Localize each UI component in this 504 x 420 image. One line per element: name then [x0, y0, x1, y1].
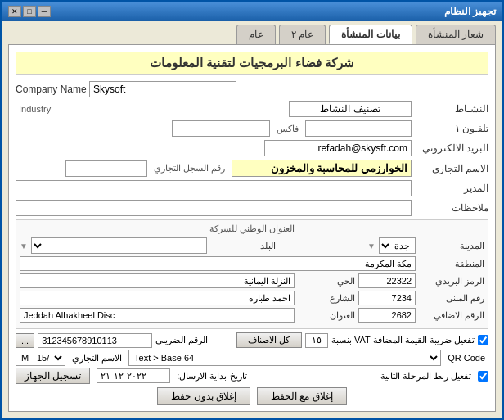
tab-company-data[interactable]: بيانات المنشأة: [329, 25, 412, 44]
company-title: شركة فضاء البرمجيات لتقنية المعلومات: [16, 52, 488, 75]
neighborhood-input[interactable]: [20, 273, 295, 288]
fax-input[interactable]: [172, 120, 270, 137]
email-row: البريد الالكتروني: [16, 140, 488, 156]
save-close-button[interactable]: إغلاق مع الحفظ: [257, 387, 347, 405]
address-section: العنوان الوطني للشركة المدينة جدة ▼ البل…: [16, 219, 488, 329]
activity-label: النشـاط: [415, 103, 488, 115]
vat-label: تفعيل ضريبة القيمة المضافة VAT بنسبة: [331, 335, 475, 345]
commercial-name-select[interactable]: M - 15/: [16, 350, 65, 366]
send-date-input[interactable]: [97, 368, 170, 383]
region-row: المنطقة: [20, 256, 484, 271]
company-name-input[interactable]: [89, 81, 236, 97]
extra-label: الرقم الاضافي: [419, 310, 484, 321]
country-select[interactable]: [31, 237, 207, 254]
region-input[interactable]: [20, 256, 416, 271]
phase2-label: تفعيل ربط المرحلة الثانية: [380, 371, 471, 382]
send-date-label: تاريخ بداية الارسال:: [177, 371, 246, 382]
notes-row: ملاحظات: [16, 200, 488, 216]
industry-label: Industry: [19, 104, 51, 114]
qr-code-select[interactable]: Text > Base 64: [128, 350, 441, 366]
commercial-reg-label: رقم السجل التجاري: [154, 163, 225, 174]
close-button[interactable]: ✕: [8, 6, 21, 17]
main-window: ✕ □ ─ تجهيز النظام عام عام ٢ بيانات المن…: [0, 0, 504, 420]
arabic-name-row: الاسم التجاري الخوارزمي للمحاسبة والمخزو…: [16, 160, 488, 177]
title-bar: ✕ □ ─ تجهيز النظام: [2, 2, 502, 21]
building-label: رقم المبنى: [419, 293, 484, 304]
window-title: تجهيز النظام: [444, 6, 496, 17]
tax-number-input[interactable]: [38, 333, 152, 348]
qr-code-label: QR Code: [448, 353, 485, 363]
tab-year[interactable]: عام: [236, 25, 276, 44]
postal-label: الرمز البريدي: [419, 276, 484, 287]
email-label: البريد الالكتروني: [415, 142, 488, 154]
commercial-name-label: الاسم التجاري: [72, 353, 122, 364]
company-name-label: Company Name: [16, 84, 89, 95]
extra-input[interactable]: [358, 308, 416, 323]
dots-button[interactable]: ...: [16, 333, 34, 348]
address-input[interactable]: [20, 308, 295, 323]
neighborhood-label: الحي: [298, 276, 355, 287]
postal-row: الرمز البريدي الحي: [20, 273, 484, 288]
register-device-button[interactable]: تسجيل الجهاز: [16, 368, 90, 384]
address-section-label: العنوان الوطني للشركة: [20, 224, 484, 234]
street-input[interactable]: [20, 291, 295, 305]
street-label: الشارع: [298, 293, 355, 304]
manager-row: المدير: [16, 180, 488, 196]
city-country-row: المدينة جدة ▼ البلد ▼: [20, 237, 484, 254]
main-content: شركة فضاء البرمجيات لتقنية المعلومات Com…: [8, 44, 496, 412]
phone1-input[interactable]: [305, 120, 412, 137]
action-buttons-row: إغلاق مع الحفظ إغلاق بدون حفظ: [16, 387, 488, 405]
extra-row: الرقم الاضافي العنوان: [20, 308, 484, 323]
building-input[interactable]: [358, 291, 416, 305]
notes-label: ملاحظات: [415, 202, 488, 214]
arabic-name-label: الاسم التجاري: [415, 163, 488, 174]
title-bar-buttons: ✕ □ ─: [8, 6, 51, 17]
fax-label: فاكس: [277, 124, 299, 134]
tab-year2[interactable]: عام ٢: [279, 25, 326, 44]
vat-checkbox[interactable]: [478, 335, 488, 345]
phase2-row: تفعيل ربط المرحلة الثانية تاريخ بداية ال…: [16, 368, 488, 384]
vat-percentage[interactable]: [305, 333, 328, 348]
tab-company-logo[interactable]: شعار المنشأة: [416, 25, 496, 44]
vat-row: تفعيل ضريبة القيمة المضافة VAT بنسبة كل …: [16, 332, 488, 348]
notes-input[interactable]: [16, 200, 412, 216]
manager-label: المدير: [415, 183, 488, 194]
country-label: البلد: [210, 241, 276, 251]
address-label: العنوان: [298, 310, 355, 321]
manager-input[interactable]: [16, 180, 412, 196]
phone1-label: تلفـون ١: [415, 123, 488, 134]
activity-value: تصنيف النشاط: [289, 101, 412, 117]
commercial-reg-input[interactable]: [65, 160, 147, 177]
qr-row: M - 15/ الاسم التجاري Text > Base 64 QR …: [16, 350, 488, 366]
company-name-row: Company Name: [16, 81, 488, 97]
close-no-save-button[interactable]: إغلاق بدون حفظ: [157, 387, 250, 405]
maximize-button[interactable]: □: [23, 6, 36, 17]
tax-number-label: الرقم الضريبي: [155, 335, 208, 345]
minimize-button[interactable]: ─: [38, 6, 51, 17]
building-row: رقم المبنى الشارع: [20, 291, 484, 305]
all-products-button[interactable]: كل الاصناف: [236, 332, 302, 348]
activity-row: النشـاط تصنيف النشاط Industry: [16, 101, 488, 117]
arabic-name-value: الخوارزمي للمحاسبة والمخزون: [232, 160, 412, 177]
postal-input[interactable]: [358, 273, 416, 288]
city-label: المدينة: [419, 241, 484, 251]
tab-bar: عام عام ٢ بيانات المنشأة شعار المنشأة: [2, 21, 502, 44]
region-label: المنطقة: [419, 259, 484, 269]
email-input[interactable]: [264, 140, 412, 156]
phone-fax-row: تلفـون ١ فاكس: [16, 120, 488, 137]
phase2-checkbox[interactable]: [478, 371, 488, 382]
city-select[interactable]: جدة: [379, 237, 416, 254]
